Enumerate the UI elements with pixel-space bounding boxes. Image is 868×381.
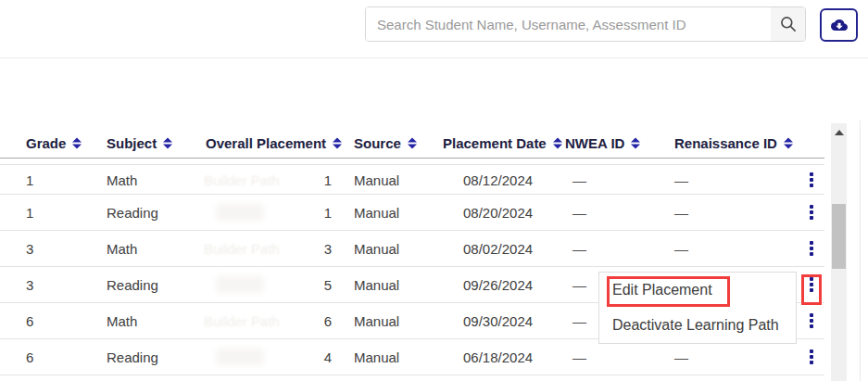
cell-source: Manual [354,277,399,293]
column-header-grade[interactable]: Grade [26,135,82,151]
cell-placement-date: 08/02/2024 [463,241,533,257]
kebab-menu-icon [810,355,813,359]
table-header: Grade Subject Overall Placement Source P… [0,128,824,159]
search-input[interactable] [366,7,771,41]
cell-renaissance-id: — [674,349,688,365]
student-placements-screen: Grade Subject Overall Placement Source P… [0,0,868,381]
search-box [365,6,806,42]
search-icon [779,15,798,33]
cell-grade: 1 [26,205,33,221]
panel-edge-divider [860,121,861,381]
cell-overall-placement: 4 [206,349,332,365]
search-button[interactable] [771,7,805,41]
cell-subject: Math [107,241,137,257]
kebab-menu-icon [810,178,813,182]
cell-renaissance-id: — [674,171,688,187]
column-label: Source [354,135,401,151]
column-label: Subject [107,135,157,151]
cell-grade: 3 [26,277,33,293]
kebab-menu-icon [810,247,813,250]
cell-placement-date: 08/12/2024 [463,171,533,187]
menu-item-deactivate-learning-path[interactable]: Deactivate Learning Path [599,308,796,343]
kebab-menu-icon [810,172,813,176]
column-header-subject[interactable]: Subject [107,135,172,151]
sort-icon [784,137,793,148]
column-header-overall-placement[interactable]: Overall Placement [206,135,342,151]
column-header-placement-date[interactable]: Placement Date [443,135,562,151]
kebab-menu-icon [810,252,813,256]
cell-nwea-id: — [572,205,586,221]
vertical-scrollbar[interactable] [831,123,847,381]
sort-icon [333,137,342,148]
row-actions-menu-button[interactable] [805,273,818,296]
row-actions-menu-button[interactable] [805,201,818,223]
cell-overall-placement: 3 [206,241,332,257]
cell-overall-placement: 1 [206,171,332,187]
table-row: 1Reading1Manual08/20/2024—— [0,195,824,231]
kebab-menu-icon [810,283,813,286]
scroll-up-arrow-icon[interactable] [835,130,844,135]
kebab-menu-icon [810,313,813,317]
cell-subject: Math [107,313,137,329]
sort-icon [72,137,82,148]
cell-overall-placement: 5 [206,277,332,293]
export-download-button[interactable] [820,8,858,42]
cell-placement-date: 06/18/2024 [463,349,533,365]
kebab-menu-icon [810,288,813,292]
cell-renaissance-id: — [674,205,688,221]
sort-icon [631,137,640,148]
cell-grade: 3 [26,241,33,257]
kebab-menu-icon [810,349,813,353]
column-label: Overall Placement [206,135,326,151]
menu-item-edit-placement[interactable]: Edit Placement [599,273,796,308]
table-row: Builder Path1Math1Manual08/12/2024—— [0,164,824,195]
kebab-menu-icon [810,205,813,209]
cell-nwea-id: — [572,171,586,187]
scrollbar-thumb[interactable] [832,204,846,269]
column-label: Grade [26,135,66,151]
kebab-menu-icon [810,216,813,220]
cell-subject: Math [107,171,137,187]
sort-icon [408,137,417,148]
kebab-menu-icon [810,361,813,364]
column-header-renaissance-id[interactable]: Renaissance ID [674,135,793,151]
cell-source: Manual [354,241,399,257]
cell-source: Manual [354,313,399,329]
column-label: Placement Date [443,135,547,151]
column-header-source[interactable]: Source [354,135,417,151]
sort-icon [163,137,172,148]
column-header-nwea-id[interactable]: NWEA ID [565,135,640,151]
cell-overall-placement: 1 [206,205,332,221]
cell-nwea-id: — [572,241,586,257]
row-actions-menu-button[interactable] [805,169,818,191]
row-actions-menu-button[interactable] [805,346,818,368]
column-label: NWEA ID [565,135,624,151]
cell-source: Manual [354,349,399,365]
cell-nwea-id: — [572,349,586,365]
cell-grade: 1 [26,171,33,187]
cloud-download-icon [829,17,849,33]
cell-placement-date: 08/20/2024 [463,205,533,221]
row-actions-menu-button[interactable] [805,237,818,260]
sort-icon [553,137,562,148]
cell-grade: 6 [26,349,33,365]
kebab-menu-icon [810,241,813,245]
cell-placement-date: 09/30/2024 [463,313,533,329]
cell-overall-placement: 6 [206,313,332,329]
cell-source: Manual [354,171,399,187]
cell-placement-date: 09/26/2024 [463,277,533,293]
cell-nwea-id: — [572,313,586,329]
cell-grade: 6 [26,313,33,329]
cell-subject: Reading [107,349,158,365]
kebab-menu-icon [810,324,813,328]
cell-renaissance-id: — [674,241,688,257]
kebab-menu-icon [810,277,813,281]
row-actions-menu-button[interactable] [805,310,818,332]
kebab-menu-icon [810,184,813,187]
row-actions-context-menu: Edit Placement Deactivate Learning Path [598,272,797,344]
cell-subject: Reading [107,205,158,221]
kebab-menu-icon [810,319,813,323]
column-label: Renaissance ID [674,135,777,151]
kebab-menu-icon [810,210,813,214]
cell-subject: Reading [107,277,158,293]
